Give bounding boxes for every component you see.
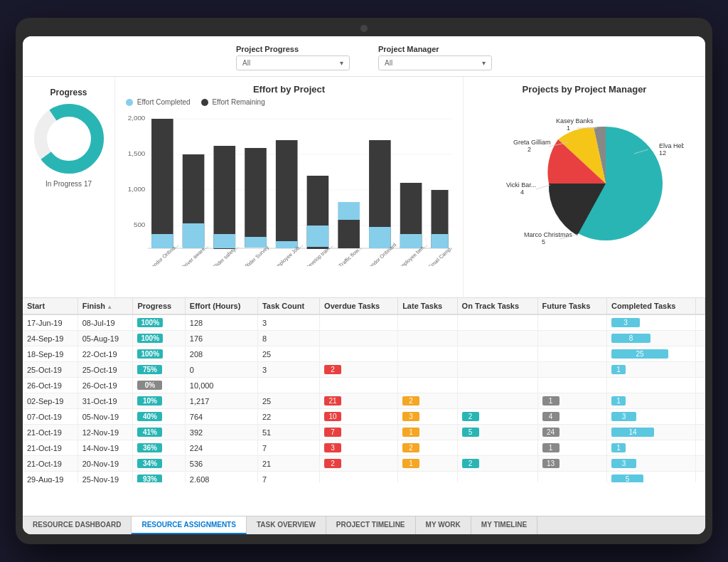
pie-chart-title: Projects by Project Manager bbox=[474, 84, 695, 95]
cell-task-count: 25 bbox=[257, 393, 319, 409]
cell-late: 1 bbox=[398, 456, 457, 472]
cell-overdue bbox=[320, 472, 398, 483]
cell-late bbox=[398, 331, 457, 346]
col-task-count: Task Count bbox=[257, 298, 319, 314]
table-row: 17-Jun-19 08-Jul-19 100% 128 3 3 bbox=[23, 314, 705, 331]
bar-chart-title: Effort by Project bbox=[126, 84, 452, 95]
progress-panel: Progress In Progress 17 bbox=[23, 77, 115, 297]
cell-effort: 208 bbox=[185, 346, 257, 362]
cell-late bbox=[398, 362, 457, 378]
svg-text:1: 1 bbox=[567, 124, 570, 132]
cell-future bbox=[537, 362, 606, 378]
col-on-track: On Track Tasks bbox=[457, 298, 537, 314]
cell-late bbox=[398, 346, 457, 362]
tab-item[interactable]: MY TIMELINE bbox=[471, 516, 537, 534]
tab-item[interactable]: RESOURCE ASSIGNMENTS bbox=[132, 516, 246, 534]
cell-completed bbox=[607, 378, 696, 393]
cell-progress: 40% bbox=[133, 409, 185, 425]
table-row: 21-Oct-19 12-Nov-19 41% 392 51 7 1 5 24 … bbox=[23, 425, 705, 440]
cell-effort: 764 bbox=[185, 409, 257, 425]
cell-start: 21-Oct-19 bbox=[23, 425, 77, 440]
cell-task-count: 51 bbox=[257, 425, 319, 440]
legend-completed: Effort Completed bbox=[126, 98, 191, 106]
cell-on-track: 2 bbox=[457, 409, 537, 425]
cell-start: 07-Oct-19 bbox=[23, 409, 77, 425]
svg-rect-24 bbox=[338, 202, 360, 220]
cell-task-count: 3 bbox=[257, 362, 319, 378]
col-completed: Completed Tasks bbox=[607, 298, 696, 314]
cell-start: 29-Aug-19 bbox=[23, 472, 77, 483]
cell-late bbox=[398, 378, 457, 393]
svg-rect-17 bbox=[245, 148, 267, 248]
remaining-dot bbox=[201, 99, 208, 106]
tab-item[interactable]: RESOURCE DASHBOARD bbox=[23, 516, 132, 534]
table-wrapper[interactable]: Start Finish Progress Effort (Hours) Tas… bbox=[23, 298, 705, 482]
cell-on-track bbox=[457, 472, 537, 483]
cell-future: 1 bbox=[537, 440, 606, 456]
cell-completed: 3 bbox=[607, 314, 696, 331]
cell-effort: 176 bbox=[185, 331, 257, 346]
cell-completed: 25 bbox=[607, 346, 696, 362]
cell-on-track: 5 bbox=[457, 425, 537, 440]
project-progress-select[interactable]: All ▾ bbox=[236, 55, 350, 70]
table-row: 25-Oct-19 25-Oct-19 75% 0 3 2 1 bbox=[23, 362, 705, 378]
cell-effort: 392 bbox=[185, 425, 257, 440]
cell-late: 1 bbox=[398, 425, 457, 440]
project-manager-select[interactable]: All ▾ bbox=[378, 55, 492, 70]
cell-future: 13 bbox=[537, 456, 606, 472]
cell-start: 21-Oct-19 bbox=[23, 440, 77, 456]
cell-on-track bbox=[457, 331, 537, 346]
in-progress-label: In Progress 17 bbox=[46, 180, 92, 188]
table-row: 18-Sep-19 22-Oct-19 100% 208 25 25 bbox=[23, 346, 705, 362]
tab-item[interactable]: PROJECT TIMELINE bbox=[326, 516, 416, 534]
cell-on-track bbox=[457, 378, 537, 393]
cell-on-track bbox=[457, 346, 537, 362]
cell-start: 18-Sep-19 bbox=[23, 346, 77, 362]
donut-chart bbox=[33, 103, 105, 174]
bar-chart-legend: Effort Completed Effort Remaining bbox=[126, 98, 452, 106]
bar-chart-area: 2,000 1,500 1,000 500 bbox=[126, 110, 452, 266]
cell-overdue bbox=[320, 331, 398, 346]
cell-future bbox=[537, 314, 606, 331]
cell-progress: 100% bbox=[133, 314, 185, 331]
device-frame: Project Progress All ▾ Project Manager A… bbox=[16, 18, 712, 544]
cell-future: 24 bbox=[537, 425, 606, 440]
tab-item[interactable]: TASK OVERVIEW bbox=[247, 516, 326, 534]
cell-effort: 1,217 bbox=[185, 393, 257, 409]
cell-effort: 128 bbox=[185, 314, 257, 331]
cell-overdue: 2 bbox=[320, 362, 398, 378]
cell-completed: 3 bbox=[607, 456, 696, 472]
cell-progress: 34% bbox=[133, 456, 185, 472]
cell-finish: 25-Oct-19 bbox=[77, 362, 133, 378]
cell-scroll bbox=[696, 409, 705, 425]
col-finish[interactable]: Finish bbox=[77, 298, 133, 314]
cell-progress: 100% bbox=[133, 346, 185, 362]
cell-completed: 8 bbox=[607, 331, 696, 346]
project-progress-filter: Project Progress All ▾ bbox=[236, 45, 350, 70]
svg-rect-19 bbox=[276, 140, 298, 248]
svg-text:12: 12 bbox=[659, 149, 666, 157]
table-header-row: Start Finish Progress Effort (Hours) Tas… bbox=[23, 298, 705, 314]
cell-completed: 1 bbox=[607, 362, 696, 378]
col-late: Late Tasks bbox=[398, 298, 457, 314]
cell-on-track bbox=[457, 393, 537, 409]
cell-completed: 5 bbox=[607, 472, 696, 483]
cell-late bbox=[398, 472, 457, 483]
cell-finish: 31-Oct-19 bbox=[77, 393, 133, 409]
col-future: Future Tasks bbox=[537, 298, 606, 314]
cell-effort: 536 bbox=[185, 456, 257, 472]
svg-text:5: 5 bbox=[542, 238, 545, 245]
tab-item[interactable]: MY WORK bbox=[416, 516, 471, 534]
cell-task-count: 22 bbox=[257, 409, 319, 425]
cell-completed: 3 bbox=[607, 409, 696, 425]
cell-finish: 12-Nov-19 bbox=[77, 425, 133, 440]
cell-start: 17-Jun-19 bbox=[23, 314, 77, 331]
svg-text:Vicki Bar...: Vicki Bar... bbox=[506, 181, 536, 189]
cell-start: 24-Sep-19 bbox=[23, 331, 77, 346]
cell-finish: 22-Oct-19 bbox=[77, 346, 133, 362]
cell-effort: 2,608 bbox=[185, 472, 257, 483]
cell-late: 2 bbox=[398, 440, 457, 456]
project-progress-label: Project Progress bbox=[236, 45, 350, 53]
cell-finish: 05-Aug-19 bbox=[77, 331, 133, 346]
cell-future bbox=[537, 378, 606, 393]
